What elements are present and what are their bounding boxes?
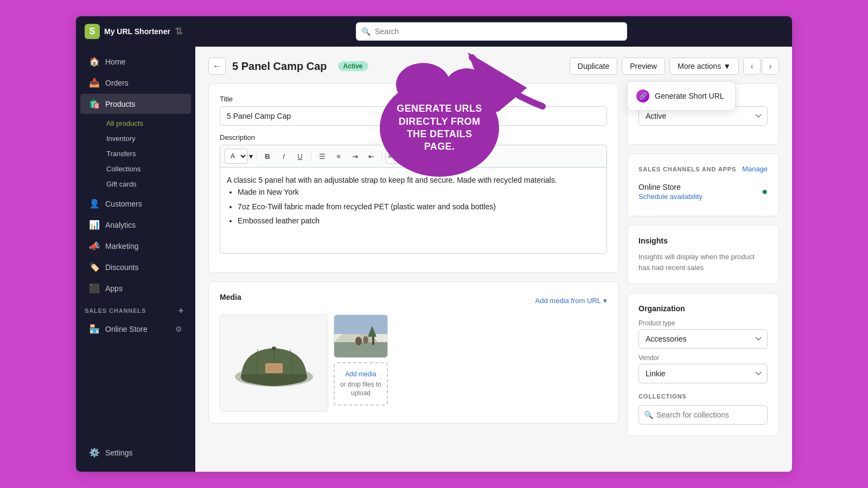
color-button[interactable]: A [402,149,417,164]
sidebar-sub-gift-cards[interactable]: Gift cards [100,177,191,191]
generate-url-label: Generate Short URL [655,92,724,100]
link-button[interactable]: 🔗 [424,149,439,164]
sidebar-sub-all-products[interactable]: All products [100,116,191,131]
orders-icon: 📥 [89,78,100,88]
sidebar-item-online-store[interactable]: 🏪 Online Store ⚙ [80,319,191,339]
product-type-label: Product type [639,319,768,327]
sales-channels-card: SALES CHANNELS AND APPS Manage Online St… [627,153,779,216]
cap-image [220,315,328,412]
add-media-link[interactable]: Add media from URL ▾ [535,297,607,305]
manage-link[interactable]: Manage [742,165,768,173]
sidebar-item-marketing[interactable]: 📣 Marketing [80,236,191,256]
toolbar-sep-3 [382,151,382,162]
title-label: Title [220,95,607,103]
sidebar-item-customers-label: Customers [105,200,142,208]
align-left-button[interactable]: ≡ [386,149,401,164]
svg-rect-7 [334,342,388,358]
align-select[interactable]: ≡ [386,149,401,164]
outdent-button[interactable]: ⇤ [363,149,379,164]
sidebar-sub-collections[interactable]: Collections [100,162,191,176]
toolbar-sep-2 [311,151,311,162]
description-editor[interactable]: A classic 5 panel hat with an adjustable… [220,167,607,254]
nav-prev-button[interactable]: ‹ [743,57,761,75]
underline-button[interactable]: U [292,149,308,164]
product-details-card: Title Description A ▾ [208,84,618,273]
sidebar: 🏠 Home 📥 Orders 🛍️ Products All products… [76,47,195,472]
font-format-select[interactable]: A [225,149,248,164]
media-thumb[interactable] [334,314,388,358]
bullet-3: Embossed leather patch [238,215,600,227]
add-media-upload[interactable]: Add media or drop files to upload [334,362,388,406]
media-main-image[interactable] [220,314,328,412]
vendor-select[interactable]: Linkie [639,364,768,383]
org-title: Organization [639,304,768,313]
sidebar-item-apps[interactable]: ⬛ Apps [80,278,191,298]
content-area: ← 5 Panel Camp Cap Active Duplicate Prev… [195,47,792,472]
svg-point-5 [273,348,275,350]
collections-search-input[interactable] [639,405,768,425]
schedule-link[interactable]: Schedule availability [639,192,703,201]
online-store-icon: 🏪 [89,324,100,334]
bold-button[interactable]: B [260,149,275,164]
sidebar-item-apps-label: Apps [105,284,123,293]
sidebar-sub-inventory[interactable]: Inventory [100,131,191,146]
chevron-down-icon: ▼ [723,62,731,70]
description-group: Description A ▾ B I U [220,133,607,254]
settings-icon: ⚙️ [89,447,100,458]
content-grid: Title Description A ▾ [208,84,779,436]
italic-button[interactable]: I [276,149,291,164]
bullet-1: Made in New York [238,186,600,198]
search-input[interactable] [356,22,627,41]
svg-rect-10 [334,315,388,334]
media-card: Media Add media from URL ▾ [208,281,618,423]
media-header: Media Add media from URL ▾ [220,293,607,308]
collections-search-icon: 🔍 [644,410,653,419]
collections-section-header: COLLECTIONS [639,393,768,400]
upload-sub-label: or drop files to upload [335,380,387,399]
collections-search: 🔍 [639,405,768,425]
bullet-2: 7oz Eco-Twill fabric made from recycled … [238,201,600,213]
code-button[interactable]: </> [446,149,462,164]
sidebar-item-settings[interactable]: ⚙️ Settings [80,442,191,463]
generate-url-item[interactable]: 🔗 Generate Short URL [628,84,735,108]
more-actions-button[interactable]: More actions ▼ [669,57,739,75]
sidebar-item-discounts[interactable]: 🏷️ Discounts [80,257,191,277]
left-column: Title Description A ▾ [208,84,618,436]
toolbar-sep-4 [420,151,421,162]
page-header: ← 5 Panel Camp Cap Active Duplicate Prev… [208,57,779,75]
insights-text: Insights will display when the product h… [639,252,768,273]
search-bar: 🔍 [356,22,627,41]
svg-point-13 [355,337,362,345]
back-button[interactable]: ← [208,57,226,75]
ol-button[interactable]: ≡ [331,149,346,164]
sidebar-item-products[interactable]: 🛍️ Products [80,94,191,114]
channel-row-online-store: Online Store Schedule availability ● [639,178,768,205]
duplicate-button[interactable]: Duplicate [570,57,617,75]
sidebar-item-customers[interactable]: 👤 Customers [80,194,191,214]
sidebar-item-home[interactable]: 🏠 Home [80,52,191,72]
preview-button[interactable]: Preview [622,57,665,75]
vendor-label: Vendor [639,354,768,362]
online-store-settings-icon[interactable]: ⚙ [175,325,182,333]
svg-rect-3 [266,364,282,372]
title-input[interactable] [220,106,607,126]
chevron-down-media-icon: ▾ [603,297,607,305]
add-media-upload-label: Add media [345,370,376,379]
nav-next-button[interactable]: › [762,57,779,75]
product-type-select[interactable]: Accessories [639,329,768,349]
toolbar-sep-5 [443,151,443,162]
channel-status-icon: ● [762,186,768,197]
indent-button[interactable]: ⇥ [347,149,362,164]
description-label: Description [220,133,607,142]
ul-button[interactable]: ☰ [315,149,330,164]
sidebar-item-analytics[interactable]: 📊 Analytics [80,215,191,235]
collections-label: COLLECTIONS [639,393,687,400]
discounts-icon: 🏷️ [89,262,100,272]
add-sales-channel-button[interactable]: + [176,305,187,316]
insights-card: Insights Insights will display when the … [627,225,779,284]
sidebar-item-orders[interactable]: 📥 Orders [80,73,191,93]
sales-channels-label: SALES CHANNELS AND APPS [639,166,736,172]
sidebar-sub-transfers[interactable]: Transfers [100,146,191,161]
media-stack: Add media or drop files to upload [334,314,388,412]
nav-arrows: ‹ › [743,57,779,75]
